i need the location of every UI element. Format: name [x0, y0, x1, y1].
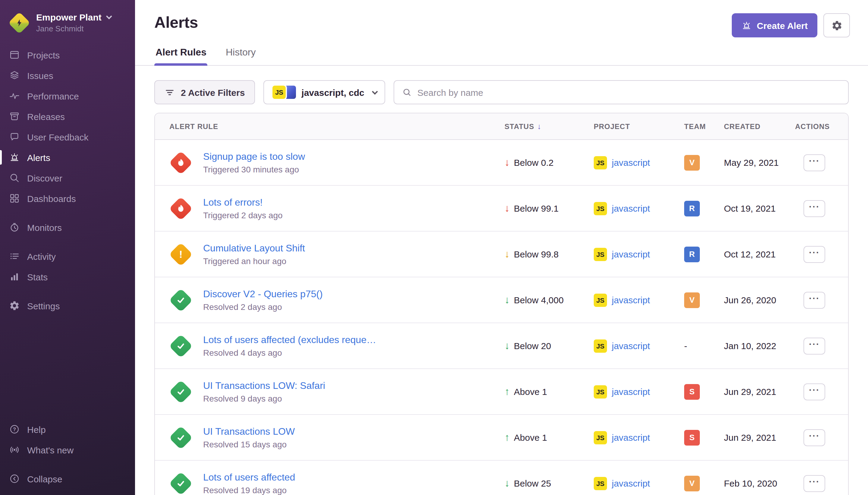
column-header-alert-rule[interactable]: Alert Rule: [169, 122, 218, 131]
column-header-status[interactable]: Status: [505, 122, 541, 131]
status-value: Above 1: [514, 432, 547, 443]
row-actions-button[interactable]: [803, 429, 825, 446]
sidebar-item-label: Activity: [27, 251, 56, 261]
sidebar-item-stats[interactable]: Stats: [0, 267, 135, 287]
siren-icon: [741, 20, 751, 31]
team-avatar: R: [684, 246, 700, 262]
sidebar-item-issues[interactable]: Issues: [0, 65, 135, 86]
sidebar-item-activity[interactable]: Activity: [0, 246, 135, 267]
filter-bar: 2 Active Filters JS javascript, cdc: [154, 80, 849, 104]
flame-icon: [176, 158, 185, 167]
created-date: Jun 29, 2021: [724, 432, 795, 443]
alert-rule-link[interactable]: Signup page is too slow: [203, 151, 305, 162]
row-actions-button[interactable]: [803, 200, 825, 217]
alert-rules-table: Alert Rule Status Project Team Created A…: [154, 113, 849, 495]
javascript-project-icon: JS: [594, 431, 607, 444]
sidebar-item-user-feedback[interactable]: User Feedback: [0, 126, 135, 147]
alert-rule-link[interactable]: Discover V2 - Queries p75(): [203, 289, 323, 300]
gear-icon: [831, 20, 843, 31]
chevron-down-icon: [372, 88, 378, 95]
project-link[interactable]: javascript: [612, 387, 650, 397]
team-avatar: -: [684, 338, 700, 354]
sidebar-footer: ? Help What's new Collapse: [0, 419, 135, 489]
trend-arrow-icon: [505, 295, 510, 305]
user-feedback-icon: [9, 132, 20, 142]
alert-rule-link[interactable]: Lots of users affected (excludes reque…: [203, 334, 376, 345]
alert-rule-link[interactable]: UI Transactions LOW: [203, 426, 295, 437]
sidebar-item-releases[interactable]: Releases: [0, 106, 135, 126]
javascript-project-icon: JS: [594, 202, 607, 215]
created-date: Jun 29, 2021: [724, 387, 795, 397]
sidebar-item-collapse[interactable]: Collapse: [0, 468, 135, 489]
ellipsis-icon: [809, 204, 820, 213]
table-header: Alert Rule Status Project Team Created A…: [155, 113, 848, 140]
broadcast-icon: [9, 444, 20, 455]
sidebar-item-label: Issues: [27, 70, 53, 81]
create-alert-button[interactable]: Create Alert: [731, 13, 817, 37]
check-icon: [176, 295, 185, 305]
search-input[interactable]: [417, 87, 840, 97]
alert-rule-link[interactable]: Lots of errors!: [203, 197, 283, 208]
row-actions-button[interactable]: [803, 475, 825, 492]
javascript-project-icon: JS: [594, 385, 607, 398]
sidebar-item-label: Releases: [27, 111, 65, 121]
issues-icon: [9, 70, 20, 81]
tab-alert-rules[interactable]: Alert Rules: [154, 47, 208, 65]
sidebar-item-whats-new[interactable]: What's new: [0, 440, 135, 460]
alert-rule-row: ! Cumulative Layout Shift Triggered an h…: [155, 232, 848, 277]
trend-arrow-icon: [505, 157, 510, 168]
alert-state-icon: !: [169, 472, 192, 495]
project-link[interactable]: javascript: [612, 249, 650, 259]
team-avatar: S: [684, 430, 700, 445]
tab-history[interactable]: History: [225, 47, 257, 65]
project-link[interactable]: javascript: [612, 203, 650, 214]
javascript-project-icon: JS: [273, 86, 286, 99]
alert-rule-row: ! Lots of users affected (excludes reque…: [155, 323, 848, 369]
team-avatar: V: [684, 155, 700, 170]
sidebar-item-projects[interactable]: Projects: [0, 45, 135, 65]
alert-rule-link[interactable]: Cumulative Layout Shift: [203, 243, 305, 254]
help-icon: ?: [9, 424, 20, 435]
sort-descending-icon: [537, 122, 541, 131]
monitors-icon: [9, 222, 20, 233]
org-switcher[interactable]: Empower Plant Jane Schmidt: [0, 8, 135, 45]
project-link[interactable]: javascript: [612, 432, 650, 443]
sidebar-item-settings[interactable]: Settings: [0, 295, 135, 316]
row-actions-button[interactable]: [803, 246, 825, 262]
search-box: [394, 80, 849, 104]
sidebar-item-alerts[interactable]: Alerts: [0, 147, 135, 168]
project-link[interactable]: javascript: [612, 478, 650, 488]
column-header-project[interactable]: Project: [594, 122, 630, 131]
sidebar-item-monitors[interactable]: Monitors: [0, 217, 135, 238]
row-actions-button[interactable]: [803, 291, 825, 308]
check-icon: [176, 433, 185, 442]
sidebar-item-discover[interactable]: Discover: [0, 168, 135, 188]
sidebar-item-help[interactable]: ? Help: [0, 419, 135, 440]
check-icon: [176, 341, 185, 350]
row-actions-button[interactable]: [803, 337, 825, 354]
performance-icon: [9, 90, 20, 101]
alert-settings-button[interactable]: [823, 13, 850, 37]
javascript-project-icon: JS: [594, 339, 607, 353]
project-link[interactable]: javascript: [612, 157, 650, 168]
sidebar-item-label: Dashboards: [27, 193, 76, 204]
ellipsis-icon: [809, 341, 820, 350]
sidebar-item-label: What's new: [27, 445, 73, 455]
ellipsis-icon: [809, 387, 820, 396]
project-selector[interactable]: JS javascript, cdc: [263, 80, 385, 104]
alert-rule-subtext: Triggered an hour ago: [203, 256, 305, 266]
project-link[interactable]: javascript: [612, 341, 650, 351]
column-header-team[interactable]: Team: [684, 122, 706, 131]
sidebar-item-dashboards[interactable]: Dashboards: [0, 188, 135, 209]
created-date: May 29, 2021: [724, 157, 795, 168]
active-filters-button[interactable]: 2 Active Filters: [154, 80, 255, 104]
alert-rule-link[interactable]: UI Transactions LOW: Safari: [203, 380, 325, 391]
row-actions-button[interactable]: [803, 154, 825, 171]
column-header-created[interactable]: Created: [724, 122, 760, 131]
row-actions-button[interactable]: [803, 383, 825, 400]
svg-text:?: ?: [13, 427, 16, 432]
sidebar-item-performance[interactable]: Performance: [0, 86, 135, 106]
project-link[interactable]: javascript: [612, 295, 650, 305]
alert-rule-link[interactable]: Lots of users affected: [203, 472, 295, 483]
status-value: Below 99.1: [514, 203, 558, 214]
